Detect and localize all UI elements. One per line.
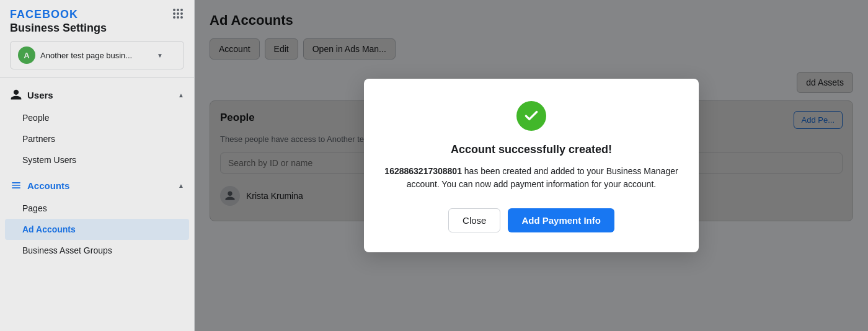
logo-row: FACEBOOK	[10, 7, 184, 22]
svg-point-6	[173, 16, 175, 19]
users-section-header[interactable]: Users ▲	[0, 82, 194, 107]
svg-point-4	[177, 12, 179, 15]
svg-point-1	[177, 9, 179, 11]
sidebar-item-system-users[interactable]: System Users	[0, 149, 194, 170]
fb-logo: FACEBOOK	[10, 8, 78, 21]
svg-point-5	[180, 12, 183, 15]
accounts-icon	[10, 179, 22, 192]
biz-settings-title: Business Settings	[10, 22, 184, 35]
sidebar-item-people[interactable]: People	[0, 107, 194, 128]
accounts-section-title: Accounts	[10, 179, 69, 192]
add-payment-button[interactable]: Add Payment Info	[508, 208, 614, 232]
grid-icon[interactable]	[172, 7, 184, 22]
main-content: Ad Accounts Account Edit Open in Ads Man…	[195, 0, 868, 331]
modal-actions: Close Add Payment Info	[384, 208, 679, 232]
svg-point-7	[177, 16, 179, 19]
avatar: A	[18, 46, 35, 64]
svg-point-8	[180, 16, 183, 19]
account-selector[interactable]: A Another test page busin... ▼	[10, 41, 184, 69]
success-check-icon	[516, 101, 546, 131]
users-section-title: Users	[10, 89, 53, 101]
users-chevron-icon: ▲	[178, 92, 184, 99]
svg-point-2	[180, 9, 183, 11]
nav-section-users: Users ▲ People Partners System Users	[0, 82, 194, 170]
close-button[interactable]: Close	[448, 208, 500, 232]
success-modal: Account successfully created! 1628863217…	[364, 79, 699, 252]
accounts-section-header[interactable]: Accounts ▲	[0, 173, 194, 198]
svg-point-3	[173, 12, 175, 15]
app-container: FACEBOOK Business Settings A Another tes…	[0, 0, 868, 331]
accounts-chevron-icon: ▲	[178, 182, 184, 189]
sidebar-header: FACEBOOK Business Settings A Another tes…	[0, 0, 194, 77]
users-icon	[10, 89, 22, 101]
modal-account-id: 1628863217308801	[384, 166, 462, 176]
sidebar-nav: Users ▲ People Partners System Users Acc…	[0, 77, 194, 331]
sidebar: FACEBOOK Business Settings A Another tes…	[0, 0, 195, 331]
account-name: Another test page busin...	[40, 51, 152, 60]
modal-title: Account successfully created!	[384, 143, 679, 156]
chevron-down-icon: ▼	[157, 52, 163, 59]
sidebar-item-business-asset-groups[interactable]: Business Asset Groups	[0, 240, 194, 261]
sidebar-item-partners[interactable]: Partners	[0, 128, 194, 149]
nav-section-accounts: Accounts ▲ Pages Ad Accounts Business As…	[0, 173, 194, 261]
sidebar-item-pages[interactable]: Pages	[0, 198, 194, 219]
svg-point-0	[173, 9, 175, 11]
sidebar-item-ad-accounts[interactable]: Ad Accounts	[5, 219, 189, 240]
modal-overlay: Account successfully created! 1628863217…	[195, 0, 868, 331]
modal-body: 1628863217308801 has been created and ad…	[384, 165, 679, 191]
